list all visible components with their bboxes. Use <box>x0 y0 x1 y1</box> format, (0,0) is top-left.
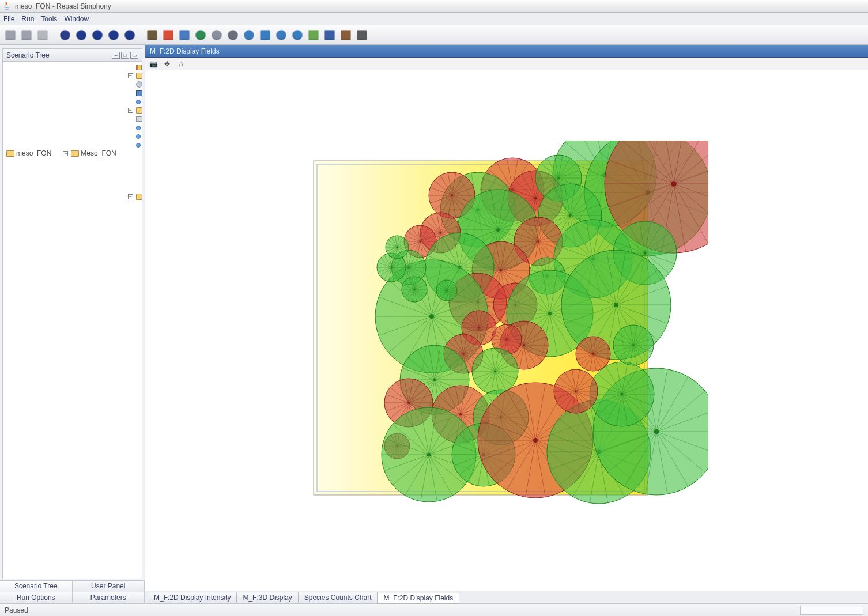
bottom-tab[interactable]: M_F:3D Display <box>236 592 298 603</box>
users-icon[interactable] <box>178 28 191 42</box>
svg-point-701 <box>407 402 409 403</box>
agent-circle <box>576 337 610 371</box>
restore-icon[interactable]: ▭ <box>130 52 138 59</box>
agent-circle <box>472 348 518 394</box>
bullet-icon <box>136 100 141 104</box>
tree-item[interactable]: User Panel <box>127 132 142 141</box>
svg-point-441 <box>614 303 618 307</box>
svg-point-121 <box>451 194 452 196</box>
menu-run[interactable]: Run <box>21 15 34 23</box>
agent-circle <box>554 369 598 413</box>
statusbar: Paused <box>0 603 868 616</box>
svg-point-901 <box>575 390 576 392</box>
svg-point-821 <box>533 438 538 443</box>
tree-item[interactable]: Displays <box>127 89 142 97</box>
save-all-icon[interactable] <box>20 28 33 42</box>
svg-point-501 <box>408 266 409 267</box>
tree-item[interactable]: Charts <box>127 63 142 71</box>
folder-icon <box>71 150 79 157</box>
folder-icon <box>136 194 142 200</box>
search-icon[interactable] <box>258 28 272 42</box>
maximize-icon[interactable]: □ <box>121 52 129 59</box>
svg-point-421 <box>548 312 552 315</box>
window-title: meso_FON - Repast Simphony <box>15 2 866 10</box>
bottom-tab[interactable]: Species Counts Chart <box>298 592 378 603</box>
display-canvas-wrap[interactable] <box>145 70 868 591</box>
svg-point-921 <box>592 353 594 354</box>
side-tab-scenario-tree[interactable]: Scenario Tree <box>0 580 73 592</box>
display-canvas[interactable] <box>305 141 708 521</box>
svg-point-541 <box>446 289 447 290</box>
stop-icon[interactable] <box>123 28 137 42</box>
side-panel-header: Scenario Tree – □ ▭ <box>3 49 142 62</box>
bottom-tab[interactable]: M_F:2D Display Intensity <box>148 592 237 603</box>
svg-point-621 <box>391 266 392 267</box>
power-icon[interactable] <box>58 28 72 42</box>
svg-point-641 <box>397 246 398 247</box>
wand-icon[interactable] <box>145 28 159 42</box>
tree-item[interactable]: Outputters <box>127 115 142 123</box>
menu-tools[interactable]: Tools <box>41 15 57 23</box>
menu-window[interactable]: Window <box>64 15 89 23</box>
bullet-icon <box>136 143 141 148</box>
play-icon[interactable] <box>74 28 88 42</box>
database-icon[interactable] <box>36 28 50 42</box>
folder-icon <box>136 107 142 114</box>
side-tab-user-panel[interactable]: User Panel <box>72 580 145 592</box>
tree-item[interactable]: −meso_FONSpace <box>127 192 142 201</box>
bottom-tab[interactable]: M_F:2D Display Fields <box>377 593 459 604</box>
view-toolbar: 📷✥⌂ <box>145 58 868 70</box>
body: Scenario Tree – □ ▭ meso_FON−Meso_FONCha… <box>0 45 868 603</box>
bullet-icon <box>136 134 141 139</box>
svg-point-941 <box>633 344 635 346</box>
save-icon[interactable] <box>3 28 17 42</box>
gear-icon[interactable] <box>210 28 224 42</box>
palette-icon[interactable] <box>161 28 175 42</box>
layout-icon[interactable] <box>339 28 353 42</box>
tree-item[interactable]: User Specified Actions <box>127 141 142 149</box>
bullet-icon <box>136 126 141 130</box>
scenario-tree[interactable]: meso_FON−Meso_FONCharts−Data LoadersMeso… <box>3 62 142 579</box>
side-tab-run-options[interactable]: Run Options <box>0 592 73 604</box>
titlebar: meso_FON - Repast Simphony <box>0 0 868 13</box>
disc-icon[interactable] <box>226 28 240 42</box>
side-panel: Scenario Tree – □ ▭ meso_FON−Meso_FONCha… <box>0 45 145 603</box>
view-title: M_F:2D Display Fields <box>150 47 220 55</box>
tree-item[interactable]: Miscellaneous Actions <box>127 97 142 106</box>
globe-icon[interactable] <box>242 28 256 42</box>
tree-project[interactable]: −Meso_FON <box>62 149 117 158</box>
pause-icon[interactable] <box>107 28 120 42</box>
svg-point-261 <box>537 240 539 242</box>
refresh-icon[interactable] <box>194 28 207 42</box>
agent-circle <box>386 236 409 259</box>
agent-circle <box>613 325 654 365</box>
tree-root[interactable]: meso_FON <box>5 149 52 158</box>
camera-icon[interactable]: 📷 <box>149 60 158 68</box>
svg-point-861 <box>654 429 659 434</box>
side-tabs: Scenario TreeUser PanelRun OptionsParame… <box>0 580 145 603</box>
menu-file[interactable]: File <box>3 15 14 23</box>
world-play-icon[interactable] <box>290 28 304 42</box>
agent-circle <box>436 280 457 301</box>
tree-item[interactable]: −Data Loaders <box>127 71 142 80</box>
tree-item[interactable]: Random Streams <box>127 123 142 132</box>
bug-icon[interactable] <box>355 28 369 42</box>
svg-point-781 <box>427 452 431 456</box>
side-tab-parameters[interactable]: Parameters <box>72 592 145 604</box>
image-icon[interactable] <box>307 28 320 42</box>
svg-point-61 <box>671 181 677 187</box>
db-icon <box>136 81 142 88</box>
tree-item[interactable]: Data Sets <box>127 80 142 89</box>
window-icon[interactable] <box>323 28 337 42</box>
svg-point-601 <box>463 353 465 354</box>
svg-point-461 <box>429 314 434 319</box>
minimize-icon[interactable]: – <box>112 52 120 59</box>
tree-item[interactable]: −Model Initialization <box>127 106 142 115</box>
svg-point-141 <box>534 197 537 199</box>
world-edit-icon[interactable] <box>274 28 288 42</box>
svg-point-341 <box>500 269 502 271</box>
home-icon[interactable]: ⌂ <box>176 60 186 68</box>
menubar: FileRunToolsWindow <box>0 13 868 25</box>
step-icon[interactable] <box>90 28 104 42</box>
move-icon[interactable]: ✥ <box>163 60 172 68</box>
